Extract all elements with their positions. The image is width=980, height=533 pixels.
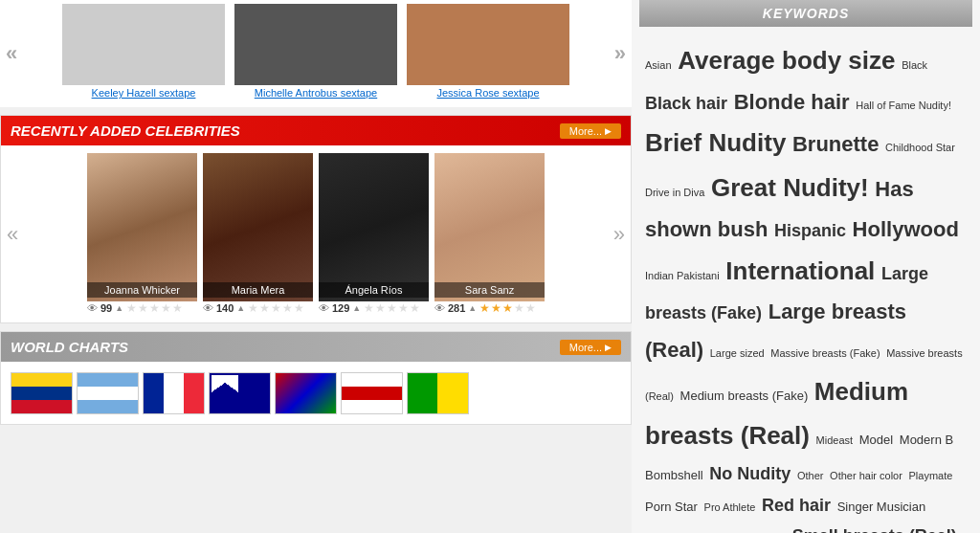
flag-unknown[interactable] [275,372,337,414]
celeb-photo-4 [434,153,545,301]
star: ★ [525,301,536,315]
keyword-small-breasts-real[interactable]: Small breasts (Real) [792,526,957,533]
views-count-1: 99 [100,302,112,314]
stars-4: ★ ★ ★ ★ ★ [479,301,536,315]
star: ★ [514,301,524,315]
up-arrow-1: ▲ [115,303,123,313]
carousel-right-arrow[interactable]: » [614,41,626,66]
star: ★ [364,301,374,315]
keyword-great-nudity[interactable]: Great Nudity! [711,173,869,202]
celeb-photo-2 [203,153,313,301]
recently-added-more-button[interactable]: More... [560,123,621,139]
celebrity-item-1: Joanna Whicker 👁 99 ▲ ★ ★ ★ ★ ★ [87,153,197,315]
star: ★ [126,301,137,315]
keyword-singer[interactable]: Singer Musician [837,500,926,514]
keyword-red-hair[interactable]: Red hair [762,496,831,515]
flag-unknown-3[interactable] [407,372,469,414]
recently-added-header: RECENTLY ADDED CELEBRITIES More... [1,116,631,145]
views-count-4: 281 [448,302,465,314]
keyword-mideast[interactable]: Mideast [816,434,854,446]
views-count-3: 129 [332,302,349,314]
celeb-photo-3 [319,153,429,301]
main-content: « Keeley Hazell sextape Michelle Antrobu… [0,0,632,533]
keyword-international[interactable]: International [725,256,875,285]
carousel-caption-1[interactable]: Keeley Hazell sextape [92,87,196,99]
star: ★ [398,301,409,315]
keyword-porn-star[interactable]: Porn Star [645,500,698,514]
views-count-2: 140 [216,302,234,314]
keyword-asian[interactable]: Asian [645,59,672,71]
views-icon-1: 👁 [87,302,98,314]
celebrity-grid: Joanna Whicker 👁 99 ▲ ★ ★ ★ ★ ★ [1,145,631,322]
celeb-stats-3: 👁 129 ▲ ★ ★ ★ ★ ★ [319,301,429,315]
up-arrow-2: ▲ [236,303,245,313]
celeb-stats-4: 👁 281 ▲ ★ ★ ★ ★ ★ [434,301,545,315]
keyword-large-sized[interactable]: Large sized [710,347,765,359]
celeb-left-arrow[interactable]: « [7,222,18,247]
star: ★ [479,301,490,315]
keyword-childhood-star[interactable]: Childhood Star [885,142,955,153]
world-charts-section: WORLD CHARTS More... [0,331,632,425]
star: ★ [491,301,501,315]
keyword-other[interactable]: Other [797,470,824,481]
keyword-pro-athlete[interactable]: Pro Athlete [704,501,756,513]
world-charts-more-button[interactable]: More... [560,340,621,355]
keyword-model[interactable]: Model [859,433,893,447]
star: ★ [138,301,148,315]
keyword-indian[interactable]: Indian Pakistani [645,270,720,281]
keyword-average-body[interactable]: Average body size [678,46,895,75]
views-icon-3: 👁 [319,302,329,314]
carousel-caption-2[interactable]: Michelle Antrobus sextape [255,87,377,99]
celeb-name-3[interactable]: Ángela Ríos [319,282,429,298]
carousel-items: Keeley Hazell sextape Michelle Antrobus … [0,4,632,100]
carousel-item: Michelle Antrobus sextape [234,4,397,100]
keyword-medium-breasts-fake[interactable]: Medium breasts (Fake) [680,389,809,403]
carousel-thumb-3 [407,4,569,85]
keyword-hispanic[interactable]: Hispanic [774,221,846,240]
keyword-playmate[interactable]: Playmate [909,470,953,481]
star: ★ [282,301,293,315]
stars-1: ★ ★ ★ ★ ★ [126,301,183,315]
keyword-black[interactable]: Black [902,59,927,71]
flag-france[interactable] [143,372,205,414]
star: ★ [387,301,397,315]
keyword-blonde-hair[interactable]: Blonde hair [734,90,850,114]
flag-argentina[interactable] [77,372,139,414]
celeb-stats-2: 👁 140 ▲ ★ ★ ★ ★ ★ [203,301,313,315]
keywords-container: Asian Average body size Black Black hair… [639,34,972,533]
keyword-other-hair[interactable]: Other hair color [830,470,902,481]
recently-added-section: RECENTLY ADDED CELEBRITIES More... « Joa… [0,115,632,323]
star: ★ [502,301,513,315]
celeb-right-arrow[interactable]: » [613,222,625,247]
up-arrow-3: ▲ [352,303,361,313]
star: ★ [410,301,420,315]
celeb-stats-1: 👁 99 ▲ ★ ★ ★ ★ ★ [87,301,197,315]
keyword-black-hair[interactable]: Black hair [645,94,727,113]
keyword-no-nudity[interactable]: No Nudity [709,464,791,483]
keyword-drive-in-diva[interactable]: Drive in Diva [645,187,704,198]
flag-unknown-2[interactable] [341,372,403,414]
star: ★ [259,301,270,315]
carousel-item: Jessica Rose sextape [407,4,569,100]
celebrity-item-3: Ángela Ríos 👁 129 ▲ ★ ★ ★ ★ ★ [319,153,429,315]
carousel-section: « Keeley Hazell sextape Michelle Antrobu… [0,0,632,107]
keyword-brief-nudity[interactable]: Brief Nudity [645,128,786,157]
flags-row [1,362,631,424]
carousel-thumb-2 [234,4,397,85]
world-charts-header: WORLD CHARTS More... [1,332,631,362]
flag-australia[interactable] [209,372,271,414]
carousel-thumb-1 [62,4,225,85]
star: ★ [271,301,281,315]
star: ★ [172,301,183,315]
world-charts-title: WORLD CHARTS [11,339,128,355]
celeb-name-1[interactable]: Joanna Whicker [87,282,197,298]
keyword-brunette[interactable]: Brunette [792,132,879,156]
keyword-hollywood[interactable]: Hollywood [853,217,959,241]
keyword-hof[interactable]: Hall of Fame Nudity! [856,100,951,111]
celeb-name-2[interactable]: Maria Mera [203,282,313,298]
keyword-massive-breasts-fake[interactable]: Massive breasts (Fake) [770,347,880,359]
celeb-name-4[interactable]: Sara Sanz [434,282,545,298]
flag-colombia[interactable] [11,372,73,414]
carousel-caption-3[interactable]: Jessica Rose sextape [437,87,540,99]
carousel-left-arrow[interactable]: « [6,41,17,66]
